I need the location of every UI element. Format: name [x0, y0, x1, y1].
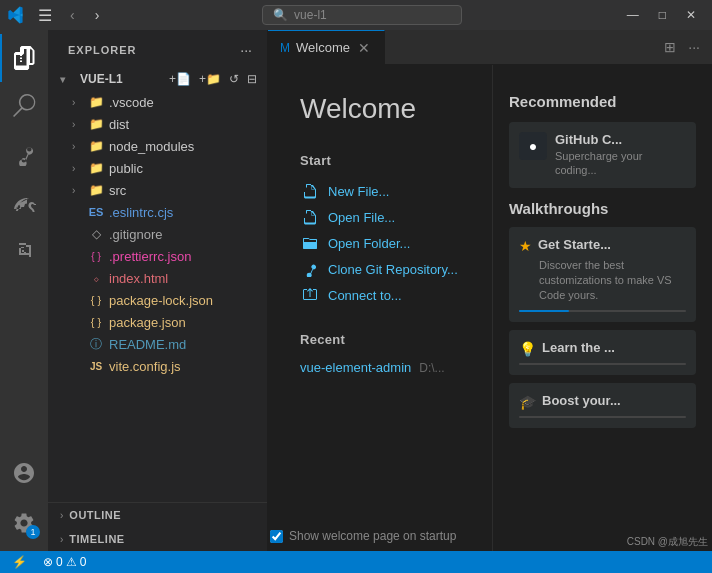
tree-item-label: .prettierrc.json: [109, 249, 191, 264]
tree-item-public[interactable]: › 📁 public: [48, 157, 267, 179]
recent-item-name: vue-element-admin: [300, 360, 411, 375]
welcome-left-panel: Welcome Start New File... Open File...: [268, 65, 492, 551]
folder-icon: 📁: [88, 116, 104, 132]
new-folder-button[interactable]: +📁: [197, 72, 223, 86]
clone-repo-label: Clone Git Repository...: [328, 262, 458, 277]
tree-item-vite-config[interactable]: › JS vite.config.js: [48, 355, 267, 377]
recent-section: Recent vue-element-admin D:\...: [300, 332, 460, 378]
maximize-button[interactable]: □: [651, 6, 674, 24]
md-icon: ⓘ: [88, 336, 104, 352]
tree-item-label: .gitignore: [109, 227, 162, 242]
welcome-page: Welcome Start New File... Open File...: [268, 65, 712, 551]
tree-item-gitignore[interactable]: › ◇ .gitignore: [48, 223, 267, 245]
tree-item-label: public: [109, 161, 143, 176]
folder-chevron-icon: ›: [72, 97, 86, 108]
connect-action[interactable]: Connect to...: [300, 282, 460, 308]
main-container: 1 EXPLORER ··· ▾ VUE-L1 +📄 +📁 ↺ ⊟: [0, 30, 712, 551]
walkthrough-learn[interactable]: 💡 Learn the ...: [509, 330, 696, 375]
recommended-github-copilot[interactable]: ● GitHub C... Supercharge your coding...: [509, 122, 696, 188]
sidebar-title: EXPLORER: [68, 44, 137, 56]
show-on-startup-checkbox[interactable]: [270, 530, 283, 543]
warning-icon: ⚠: [66, 555, 77, 569]
sidebar-action-more[interactable]: ···: [237, 41, 255, 59]
walkthrough-header: 🎓 Boost your...: [519, 393, 686, 410]
walkthrough-boost[interactable]: 🎓 Boost your...: [509, 383, 696, 428]
root-actions: +📄 +📁 ↺ ⊟: [167, 72, 259, 86]
watermark: CSDN @成旭先生: [627, 535, 708, 549]
tree-item-label: node_modules: [109, 139, 194, 154]
outline-label: OUTLINE: [69, 509, 121, 521]
start-label: Start: [300, 153, 460, 168]
editor-area: M Welcome ✕ ⊞ ··· Welcome Start: [268, 30, 712, 551]
walkthrough-name: Boost your...: [542, 393, 621, 408]
tree-item-vscode[interactable]: › 📁 .vscode: [48, 91, 267, 113]
recent-label: Recent: [300, 332, 460, 347]
panel-bottom: › OUTLINE › TIMELINE: [48, 502, 267, 551]
tree-item-package-lock[interactable]: › { } package-lock.json: [48, 289, 267, 311]
folder-chevron-icon: ›: [72, 185, 86, 196]
error-icon: ⊗: [43, 555, 53, 569]
outline-section[interactable]: › OUTLINE: [48, 503, 267, 527]
new-file-button[interactable]: +📄: [167, 72, 193, 86]
timeline-label: TIMELINE: [69, 533, 124, 545]
more-actions-button[interactable]: ···: [684, 37, 704, 57]
tree-item-label: README.md: [109, 337, 186, 352]
recent-item-0[interactable]: vue-element-admin D:\...: [300, 357, 460, 378]
open-folder-action[interactable]: Open Folder...: [300, 230, 460, 256]
tree-item-package-json[interactable]: › { } package.json: [48, 311, 267, 333]
timeline-chevron-icon: ›: [60, 534, 63, 545]
folder-chevron-icon: ›: [72, 163, 86, 174]
forward-button[interactable]: ›: [89, 5, 106, 25]
activity-item-run-debug[interactable]: [0, 178, 48, 226]
activity-item-extensions[interactable]: [0, 226, 48, 274]
timeline-section[interactable]: › TIMELINE: [48, 527, 267, 551]
status-remote-button[interactable]: ⚡: [8, 551, 31, 573]
activity-item-search[interactable]: [0, 82, 48, 130]
tree-item-readme[interactable]: › ⓘ README.md: [48, 333, 267, 355]
global-search-input[interactable]: 🔍 vue-l1: [262, 5, 462, 25]
tree-root-vue-l1[interactable]: ▾ VUE-L1 +📄 +📁 ↺ ⊟: [48, 67, 267, 91]
refresh-button[interactable]: ↺: [227, 72, 241, 86]
tree-item-node-modules[interactable]: › 📁 node_modules: [48, 135, 267, 157]
back-button[interactable]: ‹: [64, 5, 81, 25]
split-editor-button[interactable]: ⊞: [660, 37, 680, 57]
clone-repo-action[interactable]: Clone Git Repository...: [300, 256, 460, 282]
activity-item-explorer[interactable]: [0, 34, 48, 82]
activity-item-settings[interactable]: 1: [0, 499, 48, 547]
open-file-action[interactable]: Open File...: [300, 204, 460, 230]
new-file-action[interactable]: New File...: [300, 178, 460, 204]
connect-icon: [300, 285, 320, 305]
tab-close-button[interactable]: ✕: [356, 40, 372, 56]
sidebar: EXPLORER ··· ▾ VUE-L1 +📄 +📁 ↺ ⊟ ›: [48, 30, 268, 551]
search-placeholder: vue-l1: [294, 8, 327, 22]
minimize-button[interactable]: —: [619, 6, 647, 24]
status-errors-warnings[interactable]: ⊗ 0 ⚠ 0: [39, 551, 90, 573]
tab-welcome[interactable]: M Welcome ✕: [268, 30, 385, 65]
rec-desc: Supercharge your coding...: [555, 149, 686, 178]
html-icon: ⬦: [88, 270, 104, 286]
tree-item-src[interactable]: › 📁 src: [48, 179, 267, 201]
tree-item-dist[interactable]: › 📁 dist: [48, 113, 267, 135]
folder-chevron-icon: ›: [72, 141, 86, 152]
walkthrough-get-started[interactable]: ★ Get Starte... Discover the best custom…: [509, 227, 696, 322]
tree-item-eslintrc[interactable]: › ES .eslintrc.cjs: [48, 201, 267, 223]
root-chevron-icon: ▾: [60, 74, 74, 85]
github-copilot-icon: ●: [519, 132, 547, 160]
collapse-all-button[interactable]: ⊟: [245, 72, 259, 86]
tree-item-prettierrc[interactable]: › { } .prettierrc.json: [48, 245, 267, 267]
new-file-label: New File...: [328, 184, 389, 199]
settings-badge: 1: [26, 525, 40, 539]
hamburger-menu-button[interactable]: ☰: [34, 4, 56, 27]
tree-item-index-html[interactable]: › ⬦ index.html: [48, 267, 267, 289]
close-button[interactable]: ✕: [678, 6, 704, 24]
open-folder-label: Open Folder...: [328, 236, 410, 251]
open-file-label: Open File...: [328, 210, 395, 225]
json-icon: { }: [88, 314, 104, 330]
sidebar-header: EXPLORER ···: [48, 30, 267, 65]
walkthrough-progress-fill: [519, 310, 569, 312]
open-folder-icon: [300, 233, 320, 253]
eslint-icon: ES: [88, 204, 104, 220]
activity-item-source-control[interactable]: [0, 130, 48, 178]
activity-item-accounts[interactable]: [0, 449, 48, 497]
folder-icon: 📁: [88, 160, 104, 176]
